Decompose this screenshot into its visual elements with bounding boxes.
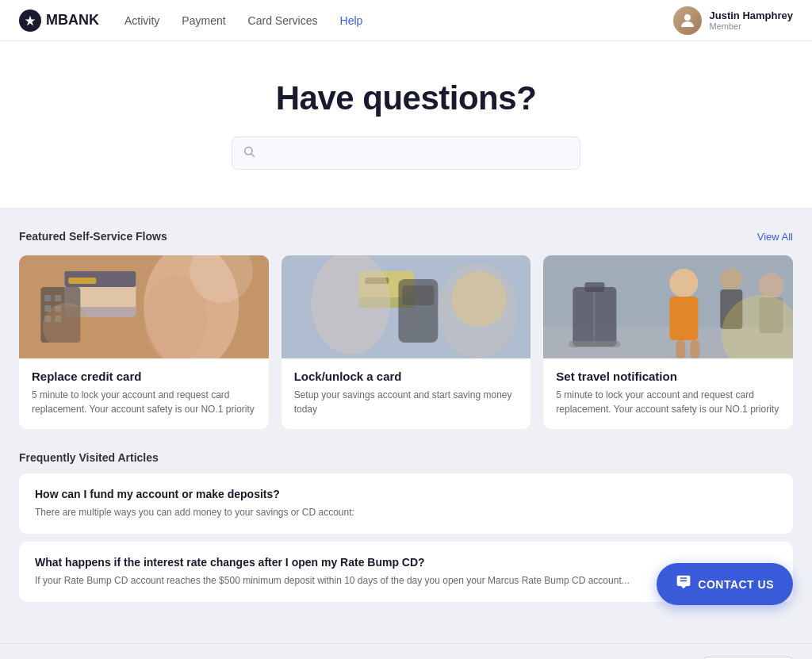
card2-image [282,255,531,358]
nav-payment[interactable]: Payment [182,11,225,30]
svg-rect-37 [760,297,783,333]
service-card-replace[interactable]: Replace credit card 5 minute to lock you… [19,255,269,429]
svg-rect-15 [55,316,61,322]
svg-rect-10 [44,295,51,301]
svg-point-24 [311,255,390,354]
articles-section-title: Frequently Visited Articles [19,451,793,464]
nav-card-services[interactable]: Card Services [248,11,318,30]
page-title: Have questions? [19,79,793,117]
search-bar [232,136,580,170]
card1-body: Replace credit card 5 minute to lock you… [19,358,269,429]
card2-title: Lock/unlock a card [294,370,519,383]
featured-section-title: Featured Self-Service Flows [19,230,167,243]
hero-section: Have questions? [0,41,812,208]
svg-point-32 [670,269,699,297]
svg-rect-31 [569,341,621,347]
svg-rect-39 [691,340,700,358]
contact-us-button[interactable]: CONTACT US [657,563,793,605]
user-info: Justin Hamphrey Member [710,10,793,31]
svg-point-34 [721,268,743,290]
svg-rect-35 [721,289,743,329]
user-menu[interactable]: Justin Hamphrey Member [673,6,793,35]
view-all-link[interactable]: View All [757,231,793,243]
nav-links: Activity Payment Card Services Help [124,11,673,30]
svg-point-1 [684,14,691,21]
footer: Privacy Policy Terms of Use Sales and Re… [0,643,812,659]
service-card-lock[interactable]: Lock/unlock a card Setup your savings ac… [282,255,531,429]
search-input[interactable] [232,136,580,170]
contact-us-label: CONTACT US [698,578,774,591]
card2-body: Lock/unlock a card Setup your savings ac… [282,358,531,429]
service-cards-grid: Replace credit card 5 minute to lock you… [19,255,793,429]
svg-rect-29 [585,282,605,292]
card3-desc: 5 minute to lock your account and reques… [556,388,780,416]
brand-logo[interactable]: MBANK [19,10,99,32]
service-card-travel[interactable]: Set travel notification 5 minute to lock… [543,255,793,429]
navbar: MBANK Activity Payment Card Services Hel… [0,0,812,41]
svg-line-3 [251,154,255,157]
avatar [673,6,702,35]
nav-activity[interactable]: Activity [124,11,159,30]
brand-name: MBANK [46,12,99,29]
svg-point-17 [144,275,207,358]
card1-title: Replace credit card [32,370,256,383]
user-role: Member [710,21,793,31]
chat-icon [676,574,691,594]
svg-rect-14 [44,316,51,322]
logo-icon [19,10,41,32]
svg-rect-13 [55,305,61,312]
svg-rect-38 [676,340,686,358]
card2-desc: Setup your savings account and start sav… [294,388,519,416]
card3-body: Set travel notification 5 minute to lock… [543,358,793,429]
user-name: Justin Hamphrey [710,10,793,21]
svg-rect-8 [64,307,136,317]
svg-point-36 [759,273,784,298]
svg-point-2 [245,148,252,155]
card1-desc: 5 minute to lock your account and reques… [32,388,256,416]
search-icon [243,145,255,161]
card3-image [543,255,793,358]
article-desc-0: There are multiple ways you can add mone… [35,505,777,519]
svg-rect-12 [44,305,51,312]
svg-marker-0 [25,15,36,25]
svg-rect-23 [402,285,434,305]
svg-rect-11 [55,295,61,301]
svg-rect-7 [68,278,96,284]
article-question-0: How can I fund my account or make deposi… [35,488,777,500]
nav-help[interactable]: Help [340,11,363,30]
card1-image [19,255,269,358]
svg-point-25 [438,263,517,358]
svg-rect-33 [670,297,699,340]
article-card-0[interactable]: How can I fund my account or make deposi… [19,473,793,534]
featured-section-header: Featured Self-Service Flows View All [19,230,793,243]
card3-title: Set travel notification [556,370,780,383]
